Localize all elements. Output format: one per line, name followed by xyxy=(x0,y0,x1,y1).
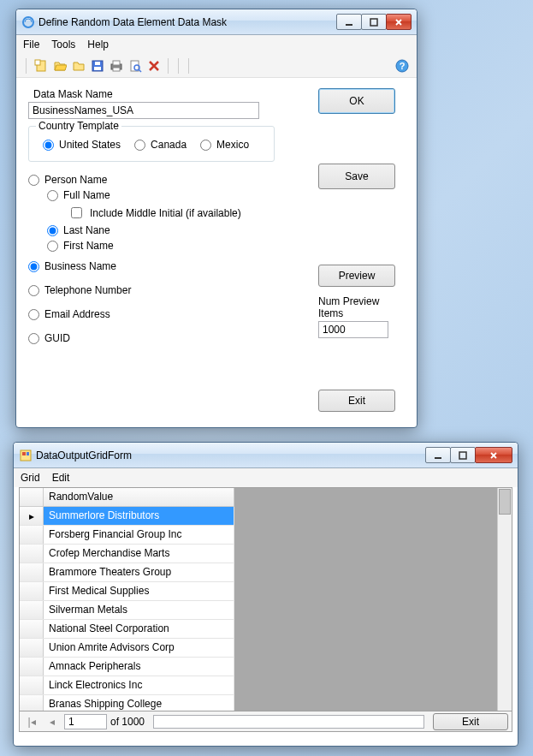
ok-button[interactable]: OK xyxy=(318,88,395,114)
country-mx-radio[interactable]: Mexico xyxy=(200,139,249,151)
nav-position-input[interactable]: 1 xyxy=(64,714,107,729)
save-button[interactable]: Save xyxy=(318,164,395,189)
table-row[interactable]: Brammore Theaters Group xyxy=(20,563,234,582)
cell-randomvalue[interactable]: Branas Shipping College xyxy=(44,695,234,711)
close-button[interactable] xyxy=(386,14,412,30)
row-header[interactable] xyxy=(20,601,44,619)
cell-randomvalue[interactable]: Brammore Theaters Group xyxy=(44,563,234,581)
cell-randomvalue[interactable]: First Medical Supplies xyxy=(44,582,234,600)
row-header[interactable] xyxy=(20,582,44,600)
table-row[interactable]: ▸Summerlore Distributors xyxy=(20,507,234,526)
svg-rect-17 xyxy=(22,452,26,455)
preview-icon[interactable] xyxy=(127,58,143,74)
cell-randomvalue[interactable]: Crofep Merchandise Marts xyxy=(44,545,234,563)
table-row[interactable]: Amnack Peripherals xyxy=(20,658,234,676)
email-label: Email Address xyxy=(44,308,110,320)
exit-button[interactable]: Exit xyxy=(318,390,395,412)
row-header[interactable] xyxy=(20,695,44,711)
cell-randomvalue[interactable]: Silverman Metals xyxy=(44,601,234,619)
country-template-legend: Country Template xyxy=(36,120,121,132)
business-name-label: Business Name xyxy=(44,260,116,272)
nav-first-icon[interactable]: |◂ xyxy=(23,714,40,729)
email-radio[interactable]: Email Address xyxy=(28,308,289,320)
row-header[interactable] xyxy=(20,639,44,657)
last-name-label: Last Nane xyxy=(63,224,110,236)
table-row[interactable]: Linck Electronics Inc xyxy=(20,676,234,695)
guid-label: GUID xyxy=(44,332,70,344)
new-file-icon[interactable] xyxy=(33,58,49,74)
minimize-button[interactable] xyxy=(336,14,362,30)
nav-prev-icon[interactable]: ◂ xyxy=(44,714,61,729)
table-row[interactable]: Union Amrite Advisors Corp xyxy=(20,639,234,658)
table-row[interactable]: Forsberg Financial Group Inc xyxy=(20,526,234,545)
titlebar[interactable]: DataOutputGridForm xyxy=(14,443,518,468)
column-header-randomvalue[interactable]: RandomValue xyxy=(44,488,234,506)
menu-help[interactable]: Help xyxy=(87,39,109,51)
guid-radio[interactable]: GUID xyxy=(28,332,289,344)
svg-rect-18 xyxy=(27,452,29,455)
svg-rect-20 xyxy=(459,452,466,459)
preview-button[interactable]: Preview xyxy=(318,265,395,287)
form-client-area: Data Mask Name Country Template United S… xyxy=(16,78,417,354)
grid-empty-area xyxy=(234,488,512,711)
minimize-button[interactable] xyxy=(425,447,451,463)
cell-randomvalue[interactable]: Forsberg Financial Group Inc xyxy=(44,526,234,544)
grid-exit-button[interactable]: Exit xyxy=(433,713,508,730)
row-header-corner[interactable] xyxy=(20,488,44,506)
row-header[interactable] xyxy=(20,676,44,694)
save-icon[interactable] xyxy=(90,58,105,74)
num-preview-input[interactable] xyxy=(318,321,388,338)
table-row[interactable]: Crofep Merchandise Marts xyxy=(20,545,234,563)
cell-randomvalue[interactable]: Amnack Peripherals xyxy=(44,658,234,676)
row-header[interactable]: ▸ xyxy=(20,507,44,525)
vertical-scrollbar[interactable] xyxy=(497,488,512,711)
person-name-radio[interactable]: Person Name xyxy=(28,174,289,186)
delete-icon[interactable] xyxy=(146,58,162,74)
menu-tools[interactable]: Tools xyxy=(51,39,75,51)
last-name-radio[interactable]: Last Nane xyxy=(47,224,289,236)
data-grid[interactable]: RandomValue ▸Summerlore DistributorsFors… xyxy=(19,487,512,711)
titlebar[interactable]: Define Random Data Element Data Mask xyxy=(16,9,417,35)
help-icon[interactable]: ? xyxy=(394,58,410,74)
print-icon[interactable] xyxy=(109,58,124,74)
cell-randomvalue[interactable]: National Steel Corporation xyxy=(44,620,234,638)
svg-rect-19 xyxy=(435,457,441,459)
toolbar-separator xyxy=(26,58,27,74)
mask-name-label: Data Mask Name xyxy=(33,88,289,100)
business-name-radio[interactable]: Business Name xyxy=(28,260,289,272)
menu-grid[interactable]: Grid xyxy=(21,472,40,484)
grid-header: RandomValue xyxy=(20,488,234,507)
row-header[interactable] xyxy=(20,658,44,676)
record-navigator: |◂ ◂ 1 of 1000 Exit xyxy=(19,711,512,732)
svg-rect-4 xyxy=(35,60,40,65)
cell-randomvalue[interactable]: Union Amrite Advisors Corp xyxy=(44,639,234,657)
menu-file[interactable]: File xyxy=(23,39,39,51)
define-mask-window: Define Random Data Element Data Mask Fil… xyxy=(15,9,418,428)
cell-randomvalue[interactable]: Summerlore Distributors xyxy=(44,507,234,525)
full-name-radio[interactable]: Full Name xyxy=(47,189,289,201)
close-button[interactable] xyxy=(475,447,512,463)
country-us-radio[interactable]: United States xyxy=(43,139,121,151)
num-preview-label: Num Preview Items xyxy=(318,295,395,319)
maximize-button[interactable] xyxy=(361,14,387,30)
row-header[interactable] xyxy=(20,563,44,581)
telephone-radio[interactable]: Telephone Number xyxy=(28,284,289,296)
folder-icon[interactable] xyxy=(71,58,86,74)
row-header[interactable] xyxy=(20,620,44,638)
table-row[interactable]: Branas Shipping College xyxy=(20,695,234,711)
include-middle-check[interactable]: Include Middle Initial (if available) xyxy=(68,205,289,221)
cell-randomvalue[interactable]: Linck Electronics Inc xyxy=(44,676,234,694)
open-file-icon[interactable] xyxy=(52,58,68,74)
table-row[interactable]: National Steel Corporation xyxy=(20,620,234,639)
maximize-button[interactable] xyxy=(450,447,476,463)
mask-name-input[interactable] xyxy=(28,102,259,119)
row-header[interactable] xyxy=(20,545,44,563)
table-row[interactable]: First Medical Supplies xyxy=(20,582,234,601)
first-name-radio[interactable]: First Name xyxy=(47,240,289,252)
country-ca-radio[interactable]: Canada xyxy=(134,139,187,151)
table-row[interactable]: Silverman Metals xyxy=(20,601,234,620)
menubar: File Tools Help xyxy=(16,35,417,54)
menu-edit[interactable]: Edit xyxy=(52,472,70,484)
scrollbar-thumb[interactable] xyxy=(499,489,511,515)
row-header[interactable] xyxy=(20,526,44,544)
